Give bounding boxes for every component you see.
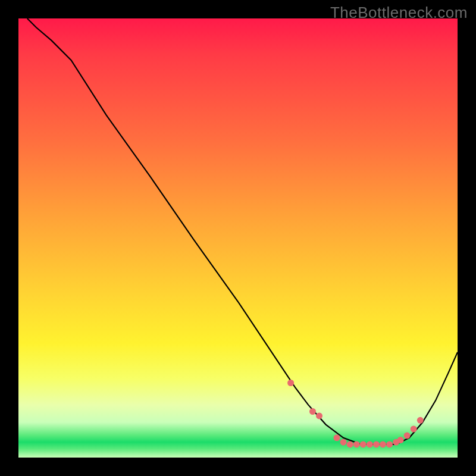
plot-area xyxy=(18,18,458,458)
highlight-point xyxy=(417,417,424,424)
highlight-point xyxy=(411,426,417,433)
highlight-point xyxy=(309,408,316,415)
highlight-point xyxy=(360,441,367,447)
highlight-point xyxy=(347,441,353,447)
highlight-point xyxy=(380,441,386,447)
highlight-point xyxy=(316,412,322,419)
highlight-point xyxy=(353,441,360,447)
highlight-point xyxy=(404,433,411,439)
highlight-point xyxy=(334,434,340,441)
highlight-point xyxy=(340,439,347,446)
watermark-label: TheBottleneck.com xyxy=(330,4,468,22)
highlight-point xyxy=(287,380,294,386)
highlight-markers xyxy=(287,380,424,447)
highlight-point xyxy=(367,441,373,447)
highlight-point xyxy=(386,441,393,447)
chart-frame: TheBottleneck.com xyxy=(0,0,476,476)
highlight-point xyxy=(397,437,404,443)
bottleneck-curve-line xyxy=(27,18,458,444)
curve-layer xyxy=(18,18,458,458)
highlight-point xyxy=(373,441,380,447)
